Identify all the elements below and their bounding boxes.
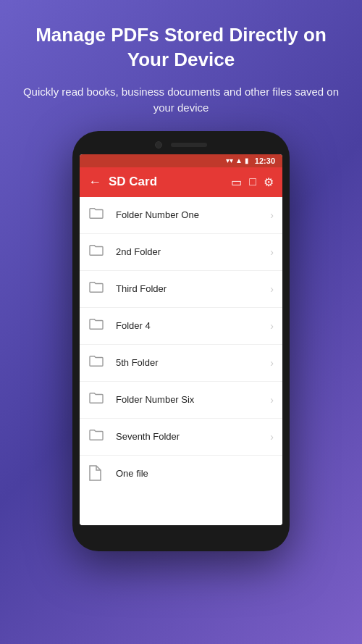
chevron-right-icon: ›	[270, 431, 274, 443]
folder-icon	[88, 280, 106, 298]
view-toggle-icon[interactable]: ▭	[231, 175, 242, 189]
folder-icon	[88, 317, 106, 335]
toolbar-actions: ▭ □ ⚙	[231, 175, 274, 189]
phone-screen: ▾▾ ▲ ▮ 12:30 ← SD Card ▭ □ ⚙	[80, 154, 282, 525]
file-list: Folder Number One › 2nd Folder › Third F…	[80, 197, 282, 525]
list-item[interactable]: 2nd Folder ›	[80, 234, 282, 271]
file-name-label: Folder 4	[116, 320, 270, 331]
chevron-right-icon: ›	[270, 357, 274, 369]
chevron-right-icon: ›	[270, 246, 274, 258]
signal-icon: ▲	[235, 156, 243, 164]
list-item[interactable]: Folder 4 ›	[80, 308, 282, 345]
front-camera	[155, 141, 162, 149]
phone-body: ▾▾ ▲ ▮ 12:30 ← SD Card ▭ □ ⚙	[72, 131, 290, 551]
file-name-label: Seventh Folder	[116, 431, 270, 442]
speaker	[171, 143, 207, 147]
file-doc-icon	[88, 465, 106, 482]
app-toolbar: ← SD Card ▭ □ ⚙	[80, 167, 282, 197]
phone-top	[80, 141, 282, 154]
wifi-icon: ▾▾	[226, 156, 233, 164]
settings-icon[interactable]: ⚙	[264, 175, 274, 189]
list-item[interactable]: One file ›	[80, 456, 282, 492]
toolbar-title: SD Card	[109, 175, 224, 189]
list-item[interactable]: Folder Number One ›	[80, 197, 282, 234]
chevron-right-icon: ›	[270, 394, 274, 406]
folder-icon	[88, 391, 106, 409]
folder-icon	[88, 243, 106, 261]
folder-icon	[88, 354, 106, 372]
file-name-label: 5th Folder	[116, 357, 270, 368]
folder-icon	[88, 428, 106, 446]
list-item[interactable]: 5th Folder ›	[80, 345, 282, 382]
chevron-right-icon: ›	[270, 320, 274, 332]
list-item[interactable]: Third Folder ›	[80, 271, 282, 308]
header-section: Manage PDFs Stored Directly on Your Devi…	[0, 0, 362, 124]
chevron-right-icon: ›	[270, 283, 274, 295]
file-name-label: One file	[116, 468, 270, 479]
folder-icon	[88, 206, 106, 224]
file-name-label: Folder Number One	[116, 209, 270, 220]
chevron-right-icon: ›	[270, 209, 274, 221]
back-button[interactable]: ←	[88, 175, 101, 190]
status-bar: ▾▾ ▲ ▮ 12:30	[80, 154, 282, 167]
status-time: 12:30	[255, 156, 275, 165]
main-title: Manage PDFs Stored Directly on Your Devi…	[22, 23, 340, 72]
phone-mockup: ▾▾ ▲ ▮ 12:30 ← SD Card ▭ □ ⚙	[72, 131, 290, 551]
status-icons: ▾▾ ▲ ▮	[226, 156, 249, 164]
list-item[interactable]: Folder Number Six ›	[80, 382, 282, 419]
list-item[interactable]: Seventh Folder ›	[80, 419, 282, 456]
file-name-label: Folder Number Six	[116, 394, 270, 405]
file-name-label: 2nd Folder	[116, 246, 270, 257]
battery-icon: ▮	[245, 156, 249, 164]
file-name-label: Third Folder	[116, 283, 270, 294]
subtitle-text: Quickly read books, business documents a…	[22, 84, 340, 117]
sort-icon[interactable]: □	[249, 175, 256, 189]
